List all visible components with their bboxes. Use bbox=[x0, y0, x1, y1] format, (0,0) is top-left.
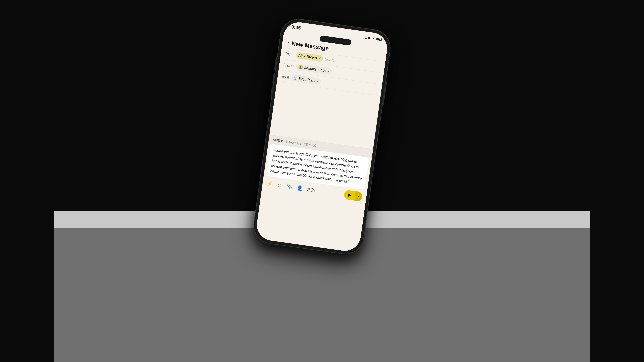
broadcast-dropdown-arrow: ▾ bbox=[317, 80, 318, 83]
recipient-name: Alex Rivera bbox=[298, 53, 317, 60]
battery-icon bbox=[376, 37, 382, 41]
person-icon[interactable]: 👤 bbox=[296, 185, 303, 191]
broadcast-icon: 📡 bbox=[293, 76, 298, 80]
back-button[interactable]: ‹ bbox=[287, 40, 290, 46]
inbox-name: Jason's inbox bbox=[304, 65, 327, 73]
inbox-dropdown-arrow: ▾ bbox=[328, 70, 330, 72]
broadcast-name: Broadcast bbox=[298, 77, 316, 83]
sms-label: SMS bbox=[272, 138, 280, 143]
send-icon: ▶ bbox=[348, 193, 352, 198]
send-dropdown-icon: ▾ bbox=[358, 194, 360, 198]
remove-recipient-button[interactable]: ✕ bbox=[318, 56, 321, 60]
toolbar-icons: ⚡ ☺ 📎 👤 Aあ bbox=[266, 180, 316, 193]
char-count: 280/300 bbox=[304, 142, 316, 148]
recipient-chip[interactable]: Alex Rivera ✕ bbox=[296, 52, 324, 62]
recipient-search-input[interactable]: Search... bbox=[324, 57, 340, 63]
emoji-icon[interactable]: ☺ bbox=[277, 182, 282, 188]
send-dropdown-button[interactable]: ▾ bbox=[354, 191, 363, 201]
sms-type-selector[interactable]: SMS ▾ bbox=[272, 138, 283, 143]
attach-icon[interactable]: 📎 bbox=[286, 184, 293, 190]
translate-icon[interactable]: Aあ bbox=[307, 186, 316, 193]
status-time: 9:45 bbox=[291, 24, 301, 31]
volume-down-button bbox=[270, 86, 273, 96]
inbox-avatar: 👤 bbox=[298, 65, 303, 69]
lightning-icon[interactable]: ⚡ bbox=[266, 181, 273, 187]
as-label: as a bbox=[282, 74, 290, 80]
send-button[interactable]: ▶ bbox=[344, 190, 356, 201]
wifi-icon: ▲ bbox=[372, 36, 375, 40]
status-icons: ▲ bbox=[365, 35, 382, 41]
send-button-group: ▶ ▾ bbox=[344, 190, 363, 202]
signal-icon bbox=[365, 36, 370, 39]
segment-info: 1 segment bbox=[286, 140, 302, 146]
scene: 9:45 ▲ bbox=[0, 0, 644, 362]
broadcast-selector[interactable]: 📡 Broadcast ▾ bbox=[290, 74, 321, 85]
volume-up-button bbox=[272, 73, 275, 83]
to-label: To: bbox=[284, 51, 294, 57]
from-label: From: bbox=[283, 62, 294, 68]
sms-dropdown-arrow: ▾ bbox=[281, 139, 283, 143]
